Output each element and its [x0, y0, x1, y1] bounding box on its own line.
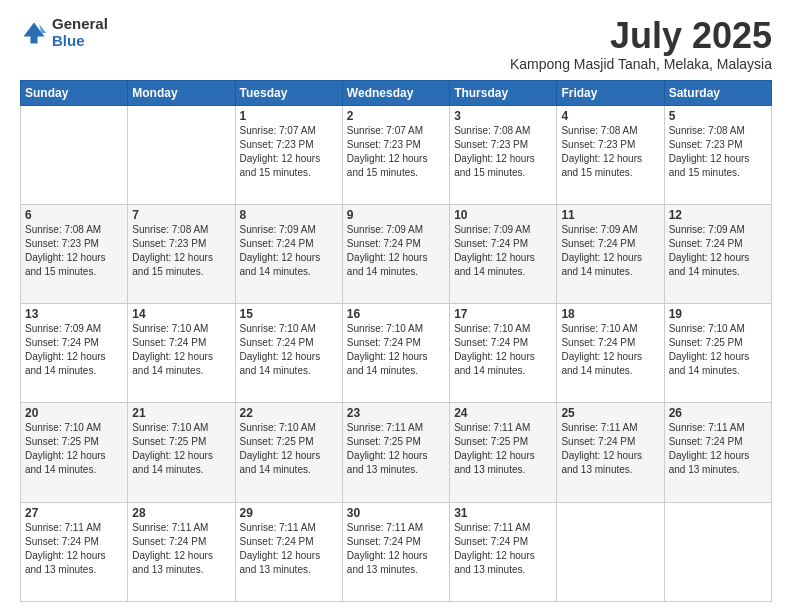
- day-number: 12: [669, 208, 767, 222]
- day-number: 29: [240, 506, 338, 520]
- header-sunday: Sunday: [21, 80, 128, 105]
- day-number: 11: [561, 208, 659, 222]
- table-row: 17Sunrise: 7:10 AMSunset: 7:24 PMDayligh…: [450, 304, 557, 403]
- day-number: 3: [454, 109, 552, 123]
- day-info: Sunrise: 7:10 AMSunset: 7:25 PMDaylight:…: [669, 322, 767, 378]
- day-number: 28: [132, 506, 230, 520]
- logo-text: General Blue: [52, 16, 108, 49]
- table-row: 21Sunrise: 7:10 AMSunset: 7:25 PMDayligh…: [128, 403, 235, 502]
- day-info: Sunrise: 7:11 AMSunset: 7:24 PMDaylight:…: [132, 521, 230, 577]
- day-number: 17: [454, 307, 552, 321]
- day-number: 27: [25, 506, 123, 520]
- title-location: Kampong Masjid Tanah, Melaka, Malaysia: [510, 56, 772, 72]
- table-row: 8Sunrise: 7:09 AMSunset: 7:24 PMDaylight…: [235, 204, 342, 303]
- table-row: 24Sunrise: 7:11 AMSunset: 7:25 PMDayligh…: [450, 403, 557, 502]
- day-number: 31: [454, 506, 552, 520]
- table-row: 28Sunrise: 7:11 AMSunset: 7:24 PMDayligh…: [128, 502, 235, 601]
- header-thursday: Thursday: [450, 80, 557, 105]
- day-info: Sunrise: 7:11 AMSunset: 7:25 PMDaylight:…: [454, 421, 552, 477]
- day-info: Sunrise: 7:09 AMSunset: 7:24 PMDaylight:…: [347, 223, 445, 279]
- day-number: 21: [132, 406, 230, 420]
- calendar-table: Sunday Monday Tuesday Wednesday Thursday…: [20, 80, 772, 602]
- day-info: Sunrise: 7:09 AMSunset: 7:24 PMDaylight:…: [669, 223, 767, 279]
- table-row: 31Sunrise: 7:11 AMSunset: 7:24 PMDayligh…: [450, 502, 557, 601]
- day-number: 9: [347, 208, 445, 222]
- day-number: 6: [25, 208, 123, 222]
- table-row: 11Sunrise: 7:09 AMSunset: 7:24 PMDayligh…: [557, 204, 664, 303]
- table-row: 14Sunrise: 7:10 AMSunset: 7:24 PMDayligh…: [128, 304, 235, 403]
- day-info: Sunrise: 7:10 AMSunset: 7:24 PMDaylight:…: [240, 322, 338, 378]
- table-row: 6Sunrise: 7:08 AMSunset: 7:23 PMDaylight…: [21, 204, 128, 303]
- table-row: 1Sunrise: 7:07 AMSunset: 7:23 PMDaylight…: [235, 105, 342, 204]
- day-number: 23: [347, 406, 445, 420]
- day-info: Sunrise: 7:11 AMSunset: 7:24 PMDaylight:…: [347, 521, 445, 577]
- day-info: Sunrise: 7:09 AMSunset: 7:24 PMDaylight:…: [561, 223, 659, 279]
- logo-icon: [20, 19, 48, 47]
- day-info: Sunrise: 7:08 AMSunset: 7:23 PMDaylight:…: [25, 223, 123, 279]
- day-info: Sunrise: 7:09 AMSunset: 7:24 PMDaylight:…: [25, 322, 123, 378]
- day-number: 18: [561, 307, 659, 321]
- calendar-week-row: 13Sunrise: 7:09 AMSunset: 7:24 PMDayligh…: [21, 304, 772, 403]
- header: General Blue July 2025 Kampong Masjid Ta…: [20, 16, 772, 72]
- day-number: 15: [240, 307, 338, 321]
- calendar-week-row: 1Sunrise: 7:07 AMSunset: 7:23 PMDaylight…: [21, 105, 772, 204]
- day-info: Sunrise: 7:08 AMSunset: 7:23 PMDaylight:…: [132, 223, 230, 279]
- header-tuesday: Tuesday: [235, 80, 342, 105]
- day-info: Sunrise: 7:11 AMSunset: 7:25 PMDaylight:…: [347, 421, 445, 477]
- table-row: 23Sunrise: 7:11 AMSunset: 7:25 PMDayligh…: [342, 403, 449, 502]
- table-row: 15Sunrise: 7:10 AMSunset: 7:24 PMDayligh…: [235, 304, 342, 403]
- logo: General Blue: [20, 16, 108, 49]
- header-saturday: Saturday: [664, 80, 771, 105]
- table-row: [21, 105, 128, 204]
- day-info: Sunrise: 7:07 AMSunset: 7:23 PMDaylight:…: [240, 124, 338, 180]
- day-number: 2: [347, 109, 445, 123]
- calendar-week-row: 27Sunrise: 7:11 AMSunset: 7:24 PMDayligh…: [21, 502, 772, 601]
- table-row: 29Sunrise: 7:11 AMSunset: 7:24 PMDayligh…: [235, 502, 342, 601]
- table-row: 13Sunrise: 7:09 AMSunset: 7:24 PMDayligh…: [21, 304, 128, 403]
- day-number: 25: [561, 406, 659, 420]
- table-row: 12Sunrise: 7:09 AMSunset: 7:24 PMDayligh…: [664, 204, 771, 303]
- table-row: [557, 502, 664, 601]
- day-number: 13: [25, 307, 123, 321]
- table-row: 7Sunrise: 7:08 AMSunset: 7:23 PMDaylight…: [128, 204, 235, 303]
- table-row: 2Sunrise: 7:07 AMSunset: 7:23 PMDaylight…: [342, 105, 449, 204]
- header-friday: Friday: [557, 80, 664, 105]
- day-info: Sunrise: 7:10 AMSunset: 7:24 PMDaylight:…: [454, 322, 552, 378]
- day-info: Sunrise: 7:07 AMSunset: 7:23 PMDaylight:…: [347, 124, 445, 180]
- day-info: Sunrise: 7:10 AMSunset: 7:24 PMDaylight:…: [347, 322, 445, 378]
- table-row: 16Sunrise: 7:10 AMSunset: 7:24 PMDayligh…: [342, 304, 449, 403]
- day-info: Sunrise: 7:10 AMSunset: 7:25 PMDaylight:…: [240, 421, 338, 477]
- day-info: Sunrise: 7:08 AMSunset: 7:23 PMDaylight:…: [561, 124, 659, 180]
- day-info: Sunrise: 7:11 AMSunset: 7:24 PMDaylight:…: [669, 421, 767, 477]
- logo-blue-text: Blue: [52, 33, 108, 50]
- day-info: Sunrise: 7:09 AMSunset: 7:24 PMDaylight:…: [240, 223, 338, 279]
- table-row: 18Sunrise: 7:10 AMSunset: 7:24 PMDayligh…: [557, 304, 664, 403]
- title-month: July 2025: [510, 16, 772, 56]
- day-info: Sunrise: 7:08 AMSunset: 7:23 PMDaylight:…: [669, 124, 767, 180]
- day-info: Sunrise: 7:11 AMSunset: 7:24 PMDaylight:…: [240, 521, 338, 577]
- table-row: 22Sunrise: 7:10 AMSunset: 7:25 PMDayligh…: [235, 403, 342, 502]
- day-number: 1: [240, 109, 338, 123]
- day-info: Sunrise: 7:10 AMSunset: 7:24 PMDaylight:…: [132, 322, 230, 378]
- day-number: 10: [454, 208, 552, 222]
- table-row: 27Sunrise: 7:11 AMSunset: 7:24 PMDayligh…: [21, 502, 128, 601]
- calendar-week-row: 6Sunrise: 7:08 AMSunset: 7:23 PMDaylight…: [21, 204, 772, 303]
- day-info: Sunrise: 7:08 AMSunset: 7:23 PMDaylight:…: [454, 124, 552, 180]
- day-info: Sunrise: 7:10 AMSunset: 7:25 PMDaylight:…: [25, 421, 123, 477]
- calendar-week-row: 20Sunrise: 7:10 AMSunset: 7:25 PMDayligh…: [21, 403, 772, 502]
- day-info: Sunrise: 7:10 AMSunset: 7:25 PMDaylight:…: [132, 421, 230, 477]
- day-info: Sunrise: 7:10 AMSunset: 7:24 PMDaylight:…: [561, 322, 659, 378]
- table-row: 5Sunrise: 7:08 AMSunset: 7:23 PMDaylight…: [664, 105, 771, 204]
- day-number: 8: [240, 208, 338, 222]
- table-row: 3Sunrise: 7:08 AMSunset: 7:23 PMDaylight…: [450, 105, 557, 204]
- table-row: 20Sunrise: 7:10 AMSunset: 7:25 PMDayligh…: [21, 403, 128, 502]
- table-row: 9Sunrise: 7:09 AMSunset: 7:24 PMDaylight…: [342, 204, 449, 303]
- table-row: 25Sunrise: 7:11 AMSunset: 7:24 PMDayligh…: [557, 403, 664, 502]
- header-wednesday: Wednesday: [342, 80, 449, 105]
- day-number: 26: [669, 406, 767, 420]
- day-info: Sunrise: 7:11 AMSunset: 7:24 PMDaylight:…: [25, 521, 123, 577]
- day-info: Sunrise: 7:11 AMSunset: 7:24 PMDaylight:…: [561, 421, 659, 477]
- day-number: 30: [347, 506, 445, 520]
- title-block: July 2025 Kampong Masjid Tanah, Melaka, …: [510, 16, 772, 72]
- table-row: 19Sunrise: 7:10 AMSunset: 7:25 PMDayligh…: [664, 304, 771, 403]
